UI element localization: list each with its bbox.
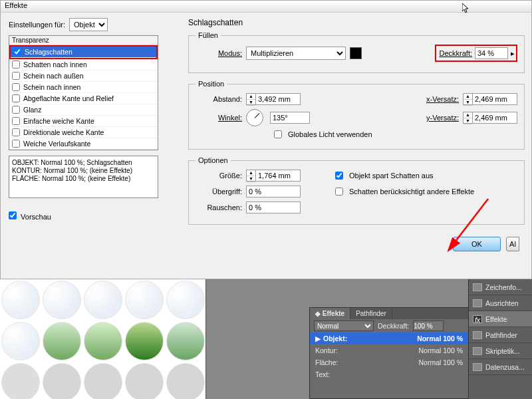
effect-row[interactable]: Direktionale weiche Kante [9, 127, 158, 138]
effect-label: Schein nach außen [23, 72, 83, 80]
effect-row[interactable]: Glanz [9, 104, 158, 116]
angle-input[interactable] [270, 112, 310, 124]
panel-list-row[interactable]: ▶Objekt:Normal 100 % [310, 332, 468, 344]
x-offset-label: x-Versatz: [406, 95, 459, 103]
settings-for-label: Einstellungen für: [9, 21, 65, 29]
effect-label: Abgeflachte Kante und Relief [23, 94, 114, 102]
summary-line: KONTUR: Normal 100 %; (keine Effekte) [12, 167, 155, 175]
panel-item[interactable]: Datenzusa... [469, 359, 532, 375]
x-offset-spinner[interactable]: ▲▼ [463, 93, 517, 105]
effects-dialog: Effekte Einstellungen für: Objekt Transp… [0, 0, 532, 279]
panel-icon [473, 299, 482, 307]
panel-item[interactable]: Zeichenfo... [469, 279, 532, 295]
position-fieldset: Position Abstand: ▲▼ x-Versatz: ▲▼ Winke… [188, 80, 525, 150]
effects-list-header: Transparenz [9, 36, 158, 45]
panel-opacity-label: Deckkraft: [378, 322, 409, 330]
effect-checkbox[interactable] [12, 83, 20, 91]
effect-row[interactable]: Weiche Verlaufskante [9, 138, 158, 150]
panel-item[interactable]: Skriptetik... [469, 343, 532, 359]
options-legend: Optionen [196, 156, 231, 164]
position-legend: Position [196, 80, 227, 88]
global-light-label: Globales Licht verwenden [288, 130, 372, 138]
panel-blend-select[interactable]: Normal [314, 321, 374, 331]
effect-row[interactable]: Schatten nach innen [9, 59, 158, 70]
panel-item[interactable]: Ausrichten [469, 295, 532, 311]
angle-label: Winkel: [196, 114, 242, 122]
effect-checkbox[interactable] [12, 72, 20, 80]
shadow-color-swatch[interactable] [350, 47, 362, 59]
cancel-button[interactable]: Al [506, 237, 519, 251]
distance-spinner[interactable]: ▲▼ [246, 93, 301, 105]
global-light-checkbox[interactable] [274, 130, 282, 138]
dropdown-icon[interactable]: ▸ [511, 49, 515, 58]
panel-dock: Zeichenfo... Ausrichten fxEffekte Pathfi… [468, 279, 532, 399]
effect-label: Direktionale weiche Kante [23, 128, 104, 136]
angle-dial[interactable] [246, 109, 263, 126]
panel-list-row[interactable]: Fläche:Normal 100 % [310, 356, 468, 368]
effect-label: Einfache weiche Kante [23, 117, 94, 125]
effect-row[interactable]: Einfache weiche Kante [9, 116, 158, 127]
distance-label: Abstand: [196, 95, 242, 103]
effect-checkbox[interactable] [12, 94, 20, 102]
size-label: Größe: [196, 172, 242, 180]
panel-item[interactable]: Pathfinder [469, 327, 532, 343]
y-offset-spinner[interactable]: ▲▼ [463, 112, 517, 124]
size-input[interactable] [256, 170, 300, 181]
panel-tab-effects[interactable]: ◆ Effekte [310, 308, 350, 319]
effect-label: Glanz [23, 106, 41, 114]
settings-for-select[interactable]: Objekt [69, 18, 108, 31]
dialog-titlebar[interactable]: Effekte [1, 1, 531, 13]
effect-checkbox[interactable] [12, 140, 20, 148]
panel-item[interactable]: fxEffekte [469, 311, 532, 327]
panel-icon [473, 347, 482, 355]
effect-label: Weiche Verlaufskante [23, 140, 90, 148]
effect-label: Schatten nach innen [23, 61, 87, 68]
noise-label: Rauschen: [196, 203, 242, 211]
other-effects-checkbox[interactable] [335, 188, 343, 196]
opacity-input[interactable] [475, 47, 508, 59]
preview-checkbox[interactable] [9, 211, 17, 219]
fill-legend: Füllen [196, 31, 221, 39]
panel-tab-pathfinder[interactable]: Pathfinder [350, 308, 392, 319]
spread-input[interactable] [246, 186, 301, 198]
panel-opacity-input[interactable] [413, 321, 444, 331]
section-title: Schlagschatten [188, 18, 525, 27]
panel-icon [473, 331, 482, 339]
other-effects-label: Schatten berücksichtigt andere Effekte [349, 188, 474, 196]
noise-input[interactable] [246, 201, 301, 213]
blend-mode-select[interactable]: Multiplizieren [246, 47, 346, 60]
effect-checkbox[interactable] [12, 128, 20, 136]
knockout-checkbox[interactable] [335, 172, 343, 180]
effect-checkbox[interactable] [12, 106, 20, 114]
effect-row[interactable]: Abgeflachte Kante und Relief [9, 93, 158, 104]
opacity-label: Deckkraft: [439, 49, 472, 57]
mode-label: Modus: [196, 49, 242, 57]
panel-icon [473, 363, 482, 371]
effects-summary: OBJEKT: Normal 100 %; Schlagschatten KON… [9, 156, 158, 198]
effect-checkbox[interactable] [12, 117, 20, 125]
effect-label: Schlagschatten [25, 48, 72, 56]
effect-row[interactable]: Schein nach innen [9, 82, 158, 93]
size-spinner[interactable]: ▲▼ [246, 170, 301, 182]
panel-icon [473, 283, 482, 291]
effect-row[interactable]: Schein nach außen [9, 70, 158, 82]
fx-icon: fx [473, 315, 482, 323]
effect-label: Schein nach innen [23, 83, 80, 91]
knockout-label: Objekt spart Schatten aus [349, 172, 434, 180]
document-view[interactable] [0, 279, 206, 399]
effects-panel[interactable]: ◆ Effekte Pathfinder Normal Deckkraft: ▶… [309, 307, 469, 399]
effect-checkbox[interactable] [12, 61, 20, 68]
preview-label: Vorschau [21, 213, 51, 221]
spread-label: Übergriff: [196, 188, 242, 196]
summary-line: OBJEKT: Normal 100 %; Schlagschatten [12, 159, 155, 167]
effect-checkbox[interactable] [13, 48, 21, 56]
panel-list-row[interactable]: Text: [310, 368, 468, 380]
panel-list-row[interactable]: Kontur:Normal 100 % [310, 344, 468, 356]
fill-fieldset: Füllen Modus: Multiplizieren Deckkraft: … [188, 31, 525, 73]
y-offset-label: y-Versatz: [406, 114, 459, 122]
distance-input[interactable] [256, 94, 300, 104]
x-offset-input[interactable] [473, 94, 517, 104]
ok-button[interactable]: OK [453, 237, 501, 251]
y-offset-input[interactable] [473, 112, 517, 123]
effect-row[interactable]: Schlagschatten [11, 47, 156, 58]
